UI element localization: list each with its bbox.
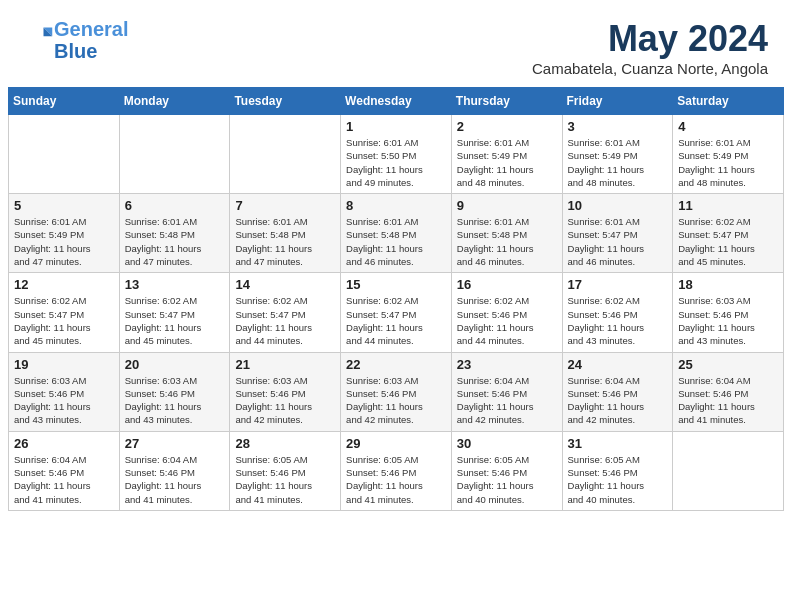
logo-text: GeneralBlue bbox=[54, 18, 128, 62]
cell-info: Sunrise: 6:01 AM Sunset: 5:48 PM Dayligh… bbox=[457, 215, 557, 268]
location: Camabatela, Cuanza Norte, Angola bbox=[532, 60, 768, 77]
day-number: 5 bbox=[14, 198, 114, 213]
calendar-cell: 2Sunrise: 6:01 AM Sunset: 5:49 PM Daylig… bbox=[451, 115, 562, 194]
day-number: 23 bbox=[457, 357, 557, 372]
calendar-cell: 13Sunrise: 6:02 AM Sunset: 5:47 PM Dayli… bbox=[119, 273, 230, 352]
week-row-1: 5Sunrise: 6:01 AM Sunset: 5:49 PM Daylig… bbox=[9, 194, 784, 273]
weekday-monday: Monday bbox=[119, 88, 230, 115]
day-number: 28 bbox=[235, 436, 335, 451]
weekday-header-row: SundayMondayTuesdayWednesdayThursdayFrid… bbox=[9, 88, 784, 115]
day-number: 7 bbox=[235, 198, 335, 213]
cell-info: Sunrise: 6:04 AM Sunset: 5:46 PM Dayligh… bbox=[678, 374, 778, 427]
cell-info: Sunrise: 6:04 AM Sunset: 5:46 PM Dayligh… bbox=[568, 374, 668, 427]
cell-info: Sunrise: 6:01 AM Sunset: 5:49 PM Dayligh… bbox=[568, 136, 668, 189]
calendar-cell: 6Sunrise: 6:01 AM Sunset: 5:48 PM Daylig… bbox=[119, 194, 230, 273]
day-number: 18 bbox=[678, 277, 778, 292]
day-number: 29 bbox=[346, 436, 446, 451]
day-number: 10 bbox=[568, 198, 668, 213]
calendar-cell: 5Sunrise: 6:01 AM Sunset: 5:49 PM Daylig… bbox=[9, 194, 120, 273]
day-number: 27 bbox=[125, 436, 225, 451]
cell-info: Sunrise: 6:03 AM Sunset: 5:46 PM Dayligh… bbox=[235, 374, 335, 427]
calendar-cell: 23Sunrise: 6:04 AM Sunset: 5:46 PM Dayli… bbox=[451, 352, 562, 431]
day-number: 25 bbox=[678, 357, 778, 372]
cell-info: Sunrise: 6:02 AM Sunset: 5:46 PM Dayligh… bbox=[457, 294, 557, 347]
calendar-cell: 14Sunrise: 6:02 AM Sunset: 5:47 PM Dayli… bbox=[230, 273, 341, 352]
cell-info: Sunrise: 6:05 AM Sunset: 5:46 PM Dayligh… bbox=[235, 453, 335, 506]
day-number: 16 bbox=[457, 277, 557, 292]
cell-info: Sunrise: 6:02 AM Sunset: 5:47 PM Dayligh… bbox=[14, 294, 114, 347]
day-number: 2 bbox=[457, 119, 557, 134]
calendar-cell bbox=[230, 115, 341, 194]
page-header: GeneralBlue May 2024 Camabatela, Cuanza … bbox=[0, 0, 792, 87]
cell-info: Sunrise: 6:01 AM Sunset: 5:49 PM Dayligh… bbox=[457, 136, 557, 189]
calendar-cell: 28Sunrise: 6:05 AM Sunset: 5:46 PM Dayli… bbox=[230, 431, 341, 510]
calendar-cell: 20Sunrise: 6:03 AM Sunset: 5:46 PM Dayli… bbox=[119, 352, 230, 431]
day-number: 8 bbox=[346, 198, 446, 213]
calendar-cell: 4Sunrise: 6:01 AM Sunset: 5:49 PM Daylig… bbox=[673, 115, 784, 194]
calendar-cell: 26Sunrise: 6:04 AM Sunset: 5:46 PM Dayli… bbox=[9, 431, 120, 510]
day-number: 26 bbox=[14, 436, 114, 451]
weekday-thursday: Thursday bbox=[451, 88, 562, 115]
calendar-cell: 24Sunrise: 6:04 AM Sunset: 5:46 PM Dayli… bbox=[562, 352, 673, 431]
cell-info: Sunrise: 6:02 AM Sunset: 5:47 PM Dayligh… bbox=[235, 294, 335, 347]
calendar-cell: 30Sunrise: 6:05 AM Sunset: 5:46 PM Dayli… bbox=[451, 431, 562, 510]
day-number: 9 bbox=[457, 198, 557, 213]
cell-info: Sunrise: 6:03 AM Sunset: 5:46 PM Dayligh… bbox=[346, 374, 446, 427]
calendar-cell: 25Sunrise: 6:04 AM Sunset: 5:46 PM Dayli… bbox=[673, 352, 784, 431]
cell-info: Sunrise: 6:02 AM Sunset: 5:47 PM Dayligh… bbox=[346, 294, 446, 347]
cell-info: Sunrise: 6:03 AM Sunset: 5:46 PM Dayligh… bbox=[678, 294, 778, 347]
cell-info: Sunrise: 6:01 AM Sunset: 5:50 PM Dayligh… bbox=[346, 136, 446, 189]
calendar-cell bbox=[119, 115, 230, 194]
calendar-cell bbox=[673, 431, 784, 510]
logo: GeneralBlue bbox=[24, 18, 128, 62]
day-number: 3 bbox=[568, 119, 668, 134]
calendar-cell: 15Sunrise: 6:02 AM Sunset: 5:47 PM Dayli… bbox=[341, 273, 452, 352]
day-number: 12 bbox=[14, 277, 114, 292]
day-number: 11 bbox=[678, 198, 778, 213]
day-number: 6 bbox=[125, 198, 225, 213]
cell-info: Sunrise: 6:01 AM Sunset: 5:48 PM Dayligh… bbox=[346, 215, 446, 268]
day-number: 30 bbox=[457, 436, 557, 451]
calendar-cell: 17Sunrise: 6:02 AM Sunset: 5:46 PM Dayli… bbox=[562, 273, 673, 352]
calendar-cell: 1Sunrise: 6:01 AM Sunset: 5:50 PM Daylig… bbox=[341, 115, 452, 194]
calendar-cell: 10Sunrise: 6:01 AM Sunset: 5:47 PM Dayli… bbox=[562, 194, 673, 273]
cell-info: Sunrise: 6:02 AM Sunset: 5:47 PM Dayligh… bbox=[125, 294, 225, 347]
calendar-cell: 21Sunrise: 6:03 AM Sunset: 5:46 PM Dayli… bbox=[230, 352, 341, 431]
cell-info: Sunrise: 6:01 AM Sunset: 5:48 PM Dayligh… bbox=[125, 215, 225, 268]
cell-info: Sunrise: 6:03 AM Sunset: 5:46 PM Dayligh… bbox=[125, 374, 225, 427]
cell-info: Sunrise: 6:04 AM Sunset: 5:46 PM Dayligh… bbox=[14, 453, 114, 506]
calendar-cell: 11Sunrise: 6:02 AM Sunset: 5:47 PM Dayli… bbox=[673, 194, 784, 273]
cell-info: Sunrise: 6:05 AM Sunset: 5:46 PM Dayligh… bbox=[346, 453, 446, 506]
calendar-cell: 27Sunrise: 6:04 AM Sunset: 5:46 PM Dayli… bbox=[119, 431, 230, 510]
day-number: 21 bbox=[235, 357, 335, 372]
day-number: 14 bbox=[235, 277, 335, 292]
cell-info: Sunrise: 6:02 AM Sunset: 5:47 PM Dayligh… bbox=[678, 215, 778, 268]
weekday-saturday: Saturday bbox=[673, 88, 784, 115]
calendar-cell: 19Sunrise: 6:03 AM Sunset: 5:46 PM Dayli… bbox=[9, 352, 120, 431]
day-number: 4 bbox=[678, 119, 778, 134]
cell-info: Sunrise: 6:05 AM Sunset: 5:46 PM Dayligh… bbox=[457, 453, 557, 506]
calendar-cell: 8Sunrise: 6:01 AM Sunset: 5:48 PM Daylig… bbox=[341, 194, 452, 273]
week-row-2: 12Sunrise: 6:02 AM Sunset: 5:47 PM Dayli… bbox=[9, 273, 784, 352]
calendar-cell: 12Sunrise: 6:02 AM Sunset: 5:47 PM Dayli… bbox=[9, 273, 120, 352]
day-number: 19 bbox=[14, 357, 114, 372]
day-number: 20 bbox=[125, 357, 225, 372]
title-block: May 2024 Camabatela, Cuanza Norte, Angol… bbox=[532, 18, 768, 77]
weekday-sunday: Sunday bbox=[9, 88, 120, 115]
cell-info: Sunrise: 6:01 AM Sunset: 5:49 PM Dayligh… bbox=[14, 215, 114, 268]
month-year: May 2024 bbox=[532, 18, 768, 60]
week-row-3: 19Sunrise: 6:03 AM Sunset: 5:46 PM Dayli… bbox=[9, 352, 784, 431]
cell-info: Sunrise: 6:05 AM Sunset: 5:46 PM Dayligh… bbox=[568, 453, 668, 506]
calendar-cell: 16Sunrise: 6:02 AM Sunset: 5:46 PM Dayli… bbox=[451, 273, 562, 352]
cell-info: Sunrise: 6:01 AM Sunset: 5:49 PM Dayligh… bbox=[678, 136, 778, 189]
calendar-table: SundayMondayTuesdayWednesdayThursdayFrid… bbox=[8, 87, 784, 511]
weekday-friday: Friday bbox=[562, 88, 673, 115]
cell-info: Sunrise: 6:03 AM Sunset: 5:46 PM Dayligh… bbox=[14, 374, 114, 427]
week-row-0: 1Sunrise: 6:01 AM Sunset: 5:50 PM Daylig… bbox=[9, 115, 784, 194]
calendar-cell: 7Sunrise: 6:01 AM Sunset: 5:48 PM Daylig… bbox=[230, 194, 341, 273]
day-number: 13 bbox=[125, 277, 225, 292]
day-number: 24 bbox=[568, 357, 668, 372]
cell-info: Sunrise: 6:01 AM Sunset: 5:48 PM Dayligh… bbox=[235, 215, 335, 268]
calendar-cell: 22Sunrise: 6:03 AM Sunset: 5:46 PM Dayli… bbox=[341, 352, 452, 431]
week-row-4: 26Sunrise: 6:04 AM Sunset: 5:46 PM Dayli… bbox=[9, 431, 784, 510]
